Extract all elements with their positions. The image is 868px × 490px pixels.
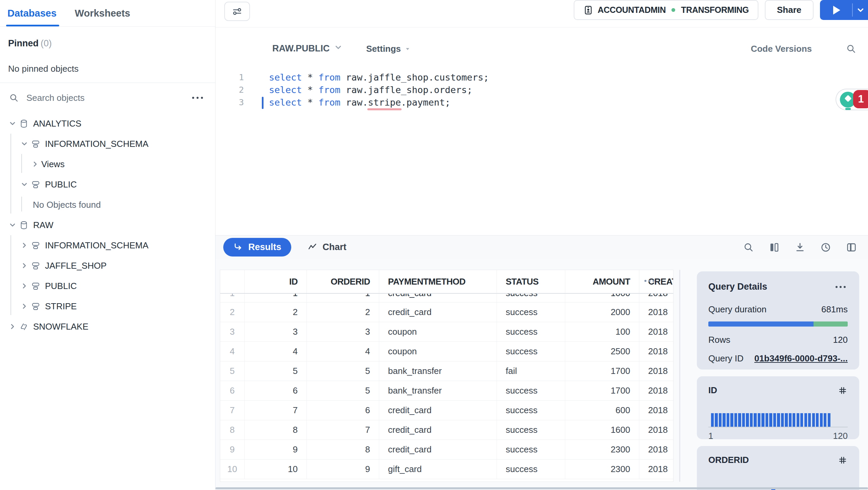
table-cell[interactable]: success (497, 322, 565, 341)
code-versions-button[interactable]: Code Versions (751, 44, 812, 54)
column-header-paymentmethod[interactable]: PAYMENTMETHOD (379, 270, 497, 293)
editor-options-button[interactable] (224, 2, 250, 21)
table-cell[interactable]: success (497, 303, 565, 322)
table-cell[interactable]: 4 (245, 342, 307, 361)
chevron-down-icon[interactable] (8, 221, 19, 229)
table-cell[interactable]: credit_card (379, 303, 497, 322)
history-icon[interactable] (820, 242, 831, 253)
download-icon[interactable] (794, 242, 806, 253)
table-cell[interactable]: 2300 (565, 440, 639, 459)
chevron-down-icon[interactable] (20, 180, 30, 188)
table-cell[interactable]: 2018 (639, 303, 673, 322)
table-cell[interactable]: 2018 (639, 420, 673, 440)
query-id-link[interactable]: 01b349f6-0000-d793-... (754, 353, 848, 364)
table-cell[interactable]: fail (497, 361, 565, 381)
table-cell[interactable]: success (497, 342, 565, 361)
table-cell[interactable]: 10 (245, 460, 307, 479)
table-cell[interactable]: 7 (307, 420, 379, 440)
code-line-text[interactable]: select * from raw.jaffle_shop.customers; (269, 72, 489, 83)
share-button[interactable]: Share (765, 0, 814, 20)
table-cell[interactable]: success (497, 440, 565, 459)
chevron-down-icon[interactable] (8, 119, 19, 128)
column-header-orderid[interactable]: ORDERID (307, 270, 379, 293)
table-cell[interactable]: success (497, 420, 565, 440)
table-cell[interactable]: 1600 (565, 420, 639, 440)
run-button[interactable] (820, 0, 852, 20)
table-cell[interactable]: 2 (245, 303, 307, 322)
table-cell[interactable]: credit_card (379, 401, 497, 420)
table-cell[interactable]: 1 (307, 294, 379, 302)
table-cell[interactable]: 2018 (639, 361, 673, 381)
tree-item-stripe[interactable]: STRIPE (0, 296, 215, 316)
table-cell[interactable]: coupon (379, 322, 497, 341)
table-cell[interactable]: 2018 (639, 322, 673, 341)
tab-results[interactable]: Results (223, 238, 291, 257)
run-options-button[interactable] (853, 0, 868, 20)
table-cell[interactable]: 2018 (639, 342, 673, 361)
table-cell[interactable]: 8 (245, 420, 307, 440)
table-cell[interactable]: 6 (245, 381, 307, 400)
table-cell[interactable]: 4 (307, 342, 379, 361)
chevron-right-icon[interactable] (20, 241, 30, 249)
table-cell[interactable]: 3 (307, 322, 379, 341)
tab-chart[interactable]: Chart (307, 242, 347, 252)
table-cell[interactable]: 600 (565, 401, 639, 420)
table-cell[interactable]: 1000 (565, 294, 639, 302)
more-options-icon[interactable] (190, 95, 205, 101)
tree-item-jaffle-shop[interactable]: JAFFLE_SHOP (0, 255, 215, 276)
table-cell[interactable]: 2000 (565, 303, 639, 322)
editor-search-icon[interactable] (846, 43, 856, 54)
table-cell[interactable]: 5 (307, 361, 379, 381)
table-cell[interactable]: bank_transfer (379, 381, 497, 400)
table-cell[interactable]: 9 (245, 440, 307, 459)
tree-item-information-schema[interactable]: INFORMATION_SCHEMA (0, 134, 215, 154)
tree-item-public[interactable]: PUBLIC (0, 174, 215, 195)
context-selector-button[interactable]: ACCOUNTADMIN TRANSFORMING (574, 0, 758, 20)
table-cell[interactable]: 2 (307, 303, 379, 322)
table-cell[interactable]: 2500 (565, 342, 639, 361)
table-cell[interactable]: 1 (245, 294, 307, 302)
table-cell[interactable]: credit_card (379, 294, 497, 302)
code-line-text[interactable]: select * from raw.stripe.payment; (269, 97, 451, 108)
settings-dropdown[interactable]: Settings (366, 44, 411, 54)
table-cell[interactable]: credit_card (379, 420, 497, 440)
table-cell[interactable]: success (497, 381, 565, 400)
table-cell[interactable]: credit_card (379, 440, 497, 459)
tree-item-views[interactable]: Views (0, 154, 215, 174)
table-cell[interactable]: 5 (245, 361, 307, 381)
table-cell[interactable]: 8 (307, 440, 379, 459)
tree-item-analytics[interactable]: ANALYTICS (0, 113, 215, 134)
table-cell[interactable]: success (497, 460, 565, 479)
table-cell[interactable]: 3 (245, 322, 307, 341)
table-cell[interactable]: 2018 (639, 381, 673, 400)
table-cell[interactable]: 100 (565, 322, 639, 341)
column-menu-icon[interactable] (644, 280, 655, 282)
table-cell[interactable]: 2018 (639, 460, 673, 479)
horizontal-scrollbar[interactable] (215, 487, 868, 489)
tree-item-information-schema[interactable]: INFORMATION_SCHEMA (0, 235, 215, 255)
table-cell[interactable]: gift_card (379, 460, 497, 479)
tree-item-public[interactable]: PUBLIC (0, 276, 215, 296)
table-cell[interactable]: 1700 (565, 361, 639, 381)
table-cell[interactable]: 2018 (639, 440, 673, 459)
column-header-status[interactable]: STATUS (497, 270, 565, 293)
chevron-down-icon[interactable] (20, 140, 30, 148)
table-cell[interactable]: 6 (307, 401, 379, 420)
copilot-suggestion-pill[interactable]: 1 (836, 89, 868, 110)
table-vertical-scrollbar[interactable] (679, 270, 680, 482)
code-line-text[interactable]: select * from raw.jaffle_shop.orders; (269, 85, 473, 95)
chevron-right-icon[interactable] (20, 282, 30, 290)
split-panel-icon[interactable] (846, 242, 857, 253)
tab-databases[interactable]: Databases (7, 0, 57, 26)
table-cell[interactable]: bank_transfer (379, 361, 497, 381)
table-cell[interactable]: success (497, 401, 565, 420)
worksheet-context-dropdown[interactable]: RAW.PUBLIC (272, 43, 343, 54)
query-details-menu-icon[interactable] (833, 284, 848, 290)
table-cell[interactable]: coupon (379, 342, 497, 361)
table-cell[interactable]: 9 (307, 460, 379, 479)
table-cell[interactable]: 7 (245, 401, 307, 420)
columns-icon[interactable] (769, 242, 780, 253)
chevron-right-icon[interactable] (8, 322, 19, 331)
table-cell[interactable]: 5 (307, 381, 379, 400)
chevron-right-icon[interactable] (20, 262, 30, 270)
